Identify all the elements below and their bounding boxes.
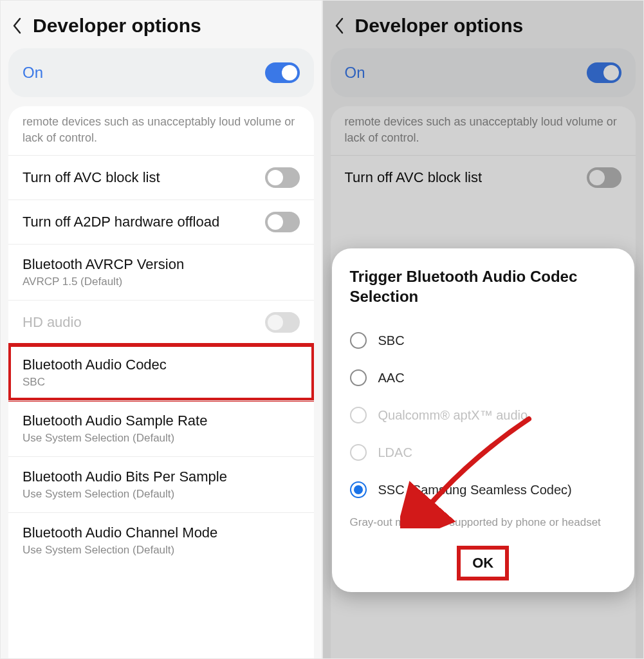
back-icon[interactable] — [12, 17, 21, 34]
row-a2dp-offload[interactable]: Turn off A2DP hardware offload — [8, 200, 314, 244]
row-bits-per-sample[interactable]: Bluetooth Audio Bits Per Sample Use Syst… — [8, 456, 314, 512]
toggle-avc[interactable] — [265, 167, 300, 188]
row-channel-mode[interactable]: Bluetooth Audio Channel Mode Use System … — [8, 512, 314, 568]
radio-icon — [350, 407, 367, 423]
dialog-title: Trigger Bluetooth Audio Codec Selection — [350, 266, 617, 306]
radio-option-sbc[interactable]: SBC — [350, 322, 617, 359]
radio-option-ldac: LDAC — [350, 434, 617, 471]
on-toggle-card[interactable]: On — [8, 48, 314, 97]
info-text: remote devices such as unacceptably loud… — [8, 106, 314, 155]
radio-icon[interactable] — [350, 332, 367, 349]
radio-icon[interactable] — [350, 481, 367, 498]
radio-option-aac[interactable]: AAC — [350, 359, 617, 396]
settings-list: remote devices such as unacceptably loud… — [8, 106, 314, 658]
codec-dialog: Trigger Bluetooth Audio Codec Selection … — [332, 248, 635, 592]
radio-option-ssc[interactable]: SSC (Samsung Seamless Codec) — [350, 471, 617, 508]
toggle-a2dp[interactable] — [265, 212, 300, 232]
row-bluetooth-audio-codec[interactable]: Bluetooth Audio Codec SBC — [8, 344, 314, 400]
phone-right: Developer options On remote devices such… — [323, 1, 644, 658]
row-avrcp-version[interactable]: Bluetooth AVRCP Version AVRCP 1.5 (Defau… — [8, 244, 314, 300]
phone-left: Developer options On remote devices such… — [1, 1, 322, 658]
row-avc-block-list[interactable]: Turn off AVC block list — [8, 155, 314, 200]
row-hd-audio: HD audio — [8, 300, 314, 344]
page-title: Developer options — [33, 15, 201, 37]
radio-icon — [350, 444, 367, 461]
ok-button[interactable]: OK — [462, 551, 504, 575]
header: Developer options — [1, 1, 322, 48]
radio-option-aptx: Qualcomm® aptX™ audio — [350, 396, 617, 434]
toggle-hd-audio — [265, 312, 300, 333]
on-label: On — [23, 64, 43, 82]
on-toggle[interactable] — [265, 62, 300, 83]
radio-icon[interactable] — [350, 369, 367, 386]
dialog-note: Gray-out means not supported by phone or… — [350, 516, 617, 529]
row-sample-rate[interactable]: Bluetooth Audio Sample Rate Use System S… — [8, 400, 314, 456]
